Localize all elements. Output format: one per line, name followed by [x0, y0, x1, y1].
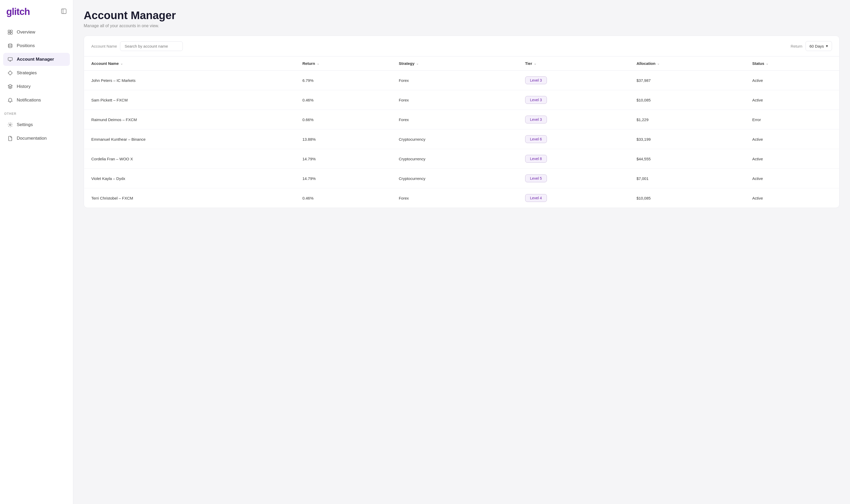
sidebar-item-account-manager[interactable]: Account Manager	[3, 53, 70, 66]
main-content: Account Manager Manage all of your accou…	[73, 0, 850, 504]
sidebar-item-strategies[interactable]: Strategies	[3, 67, 70, 79]
cell-return: 0.46%	[295, 90, 391, 110]
col-header-inner-return[interactable]: Return ⌄	[302, 61, 384, 66]
svg-rect-5	[11, 32, 12, 34]
cell-tier: Level 4	[518, 188, 629, 208]
cell-strategy: Forex	[392, 110, 518, 129]
col-header-return[interactable]: Return ⌄	[295, 56, 391, 71]
tier-badge: Level 4	[525, 194, 547, 202]
table-row[interactable]: Emmanuel Kunthear – Binance13.88%Cryptoc…	[84, 129, 839, 149]
cell-strategy: Forex	[392, 71, 518, 90]
table-row[interactable]: Violet Kayla – Dydx14.79%CryptocurrencyL…	[84, 169, 839, 188]
tier-badge: Level 8	[525, 155, 547, 163]
file-icon	[7, 136, 13, 141]
page-subtitle: Manage all of your accounts in one view.	[84, 23, 839, 28]
logo-area: glitch	[0, 6, 73, 25]
col-header-inner-strategy[interactable]: Strategy ⌄	[399, 61, 510, 66]
nav-list: Overview Positions Account Manager Strat…	[0, 25, 73, 107]
search-input[interactable]	[120, 41, 183, 51]
table-header: Account Name ⌄ Return ⌄ Strategy ⌄ Tier …	[84, 56, 839, 71]
account-name-filter-label: Account Name	[91, 44, 117, 48]
col-label-strategy: Strategy	[399, 61, 415, 66]
col-header-inner-allocation[interactable]: Allocation ⌄	[637, 61, 738, 66]
svg-rect-0	[61, 9, 66, 14]
other-section-label: OTHER	[4, 112, 69, 115]
table-row[interactable]: Terri Christobel – FXCM0.46%ForexLevel 4…	[84, 188, 839, 208]
days-select-button[interactable]: 60 Days ▾	[806, 41, 832, 51]
gear-icon	[7, 122, 13, 128]
svg-rect-3	[11, 30, 12, 32]
col-label-tier: Tier	[525, 61, 532, 66]
col-header-inner-tier[interactable]: Tier ⌄	[525, 61, 622, 66]
cell-account-name: John Peters – IC Markets	[84, 71, 295, 90]
cell-return: 0.66%	[295, 110, 391, 129]
cell-allocation: $7,001	[629, 169, 745, 188]
bell-icon	[7, 97, 13, 103]
sidebar-item-positions[interactable]: Positions	[3, 39, 70, 52]
cell-account-name: Emmanuel Kunthear – Binance	[84, 129, 295, 149]
sidebar-item-label: Overview	[17, 30, 35, 35]
sort-icon-allocation: ⌄	[657, 62, 659, 66]
col-header-inner-account_name[interactable]: Account Name ⌄	[91, 61, 288, 66]
cell-strategy: Cryptocurrency	[392, 169, 518, 188]
sort-icon-status: ⌄	[766, 62, 768, 66]
cell-status: Active	[745, 169, 839, 188]
sort-icon-tier: ⌄	[534, 62, 537, 66]
cell-strategy: Cryptocurrency	[392, 129, 518, 149]
cell-account-name: Raimund Deimos – FXCM	[84, 110, 295, 129]
table-row[interactable]: Cordelia Fran – WOO X14.79%Cryptocurrenc…	[84, 149, 839, 169]
svg-rect-2	[8, 30, 10, 32]
table-row[interactable]: Raimund Deimos – FXCM0.66%ForexLevel 3$1…	[84, 110, 839, 129]
svg-rect-7	[8, 57, 12, 60]
cell-status: Active	[745, 149, 839, 169]
cell-status: Active	[745, 188, 839, 208]
sidebar-toggle-button[interactable]	[61, 8, 67, 15]
svg-point-6	[8, 44, 12, 45]
grid-icon	[7, 29, 13, 35]
sort-icon-account_name: ⌄	[120, 62, 123, 66]
cell-strategy: Cryptocurrency	[392, 149, 518, 169]
sidebar-item-overview[interactable]: Overview	[3, 25, 70, 39]
sidebar-item-label: Account Manager	[17, 57, 54, 62]
table-row[interactable]: Sam Pickett – FXCM0.46%ForexLevel 3$10,0…	[84, 90, 839, 110]
cell-strategy: Forex	[392, 188, 518, 208]
col-header-strategy[interactable]: Strategy ⌄	[392, 56, 518, 71]
cell-return: 0.46%	[295, 188, 391, 208]
col-header-tier[interactable]: Tier ⌄	[518, 56, 629, 71]
cell-tier: Level 8	[518, 149, 629, 169]
other-nav-list: Settings Documentation	[0, 118, 73, 145]
tier-badge: Level 3	[525, 96, 547, 104]
col-header-allocation[interactable]: Allocation ⌄	[629, 56, 745, 71]
sidebar-item-history[interactable]: History	[3, 80, 70, 93]
filter-right: Return 60 Days ▾	[791, 41, 832, 51]
cell-status: Active	[745, 90, 839, 110]
sidebar-item-settings[interactable]: Settings	[3, 118, 70, 131]
cell-allocation: $37,987	[629, 71, 745, 90]
col-header-status[interactable]: Status ⌄	[745, 56, 839, 71]
col-header-inner-status[interactable]: Status ⌄	[752, 61, 832, 66]
sidebar-item-documentation[interactable]: Documentation	[3, 132, 70, 145]
tier-badge: Level 3	[525, 115, 547, 123]
chevron-down-icon: ▾	[826, 44, 828, 48]
cell-status: Error	[745, 110, 839, 129]
cell-allocation: $44,555	[629, 149, 745, 169]
cell-account-name: Terri Christobel – FXCM	[84, 188, 295, 208]
table-container: Account Name Return 60 Days ▾ Account Na…	[84, 36, 839, 208]
table-row[interactable]: John Peters – IC Markets6.79%ForexLevel …	[84, 71, 839, 90]
sidebar-item-label: Settings	[17, 122, 33, 127]
col-header-account_name[interactable]: Account Name ⌄	[84, 56, 295, 71]
cell-strategy: Forex	[392, 90, 518, 110]
diamond-icon	[7, 70, 13, 76]
sidebar-item-label: Notifications	[17, 97, 41, 103]
cell-tier: Level 3	[518, 110, 629, 129]
cell-tier: Level 3	[518, 71, 629, 90]
sidebar-item-label: History	[17, 84, 31, 89]
cell-status: Active	[745, 71, 839, 90]
app-logo: glitch	[6, 6, 30, 17]
cell-return: 14.79%	[295, 149, 391, 169]
sidebar-item-notifications[interactable]: Notifications	[3, 94, 70, 107]
cell-tier: Level 5	[518, 169, 629, 188]
tier-badge: Level 5	[525, 175, 547, 182]
stack-icon	[7, 84, 13, 89]
sidebar-item-label: Documentation	[17, 136, 47, 141]
